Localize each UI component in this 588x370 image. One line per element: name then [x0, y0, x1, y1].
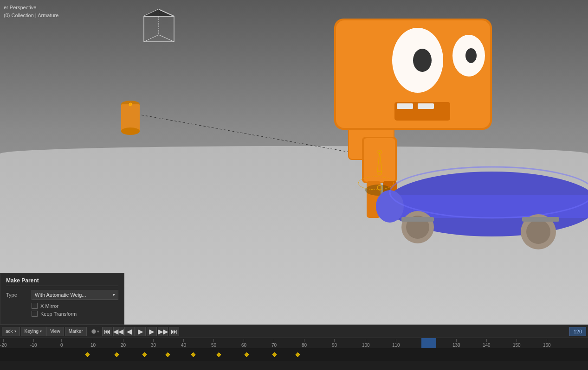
keying-arrow: ▾ — [40, 329, 42, 333]
svg-line-4 — [144, 35, 159, 42]
keyframe-diamond[interactable] — [85, 352, 90, 357]
current-frame-value: 120 — [574, 329, 582, 334]
jump-start-btn[interactable]: ⏮ — [102, 327, 112, 336]
marker-menu[interactable]: Marker — [65, 327, 87, 336]
keyframe-diamond[interactable] — [115, 352, 119, 357]
ruler-tick: -20 — [0, 338, 6, 348]
playback-controls: ⏮ ◀◀ ◀ ▶ ▶ ▶▶ ⏭ — [102, 327, 179, 336]
keyframe-diamond[interactable] — [166, 352, 170, 357]
view-menu[interactable]: View — [46, 327, 64, 336]
type-label: Type — [6, 292, 32, 298]
current-frame-display[interactable]: 120 — [569, 327, 586, 336]
timeline-ruler[interactable]: -20-100102030405060708090100110120130140… — [0, 338, 588, 348]
record-area: ▾ — [91, 329, 99, 334]
keyframe-diamond[interactable] — [191, 352, 196, 357]
frame-highlight — [421, 338, 436, 348]
x-mirror-label: X Mirror — [40, 303, 58, 309]
ruler-tick: 10 — [90, 338, 96, 348]
svg-point-18 — [452, 35, 485, 77]
svg-point-17 — [392, 28, 443, 93]
svg-point-20 — [465, 48, 477, 63]
keying-menu[interactable]: Keying ▾ — [21, 327, 46, 336]
keyframe-diamond[interactable] — [296, 352, 300, 357]
next-frame-btn[interactable]: ▶ — [147, 327, 157, 336]
keep-transform-checkbox[interactable] — [32, 311, 38, 317]
record-arrow: ▾ — [97, 329, 99, 334]
svg-point-19 — [413, 49, 432, 72]
svg-point-11 — [121, 128, 140, 135]
prev-frame-btn[interactable]: ◀ — [124, 327, 135, 336]
camera-widget — [135, 7, 186, 49]
type-dropdown[interactable]: With Automatic Weig... ▾ — [32, 290, 118, 300]
ruler-tick: 100 — [362, 338, 370, 348]
keyframe-row[interactable] — [0, 348, 588, 361]
ruler-tick: 160 — [543, 338, 551, 348]
ruler-tick: 110 — [392, 338, 400, 348]
x-mirror-row: X Mirror — [6, 303, 118, 309]
svg-point-12 — [129, 103, 132, 106]
back-label: ack — [6, 329, 13, 334]
keyframe-diamond[interactable] — [272, 352, 277, 357]
svg-rect-10 — [121, 104, 140, 131]
ruler-tick: 130 — [452, 338, 460, 348]
ruler-tick: 20 — [121, 338, 126, 348]
svg-point-9 — [121, 101, 140, 108]
view-label: View — [50, 329, 60, 334]
svg-rect-22 — [397, 103, 413, 109]
marker-label: Marker — [69, 329, 83, 334]
keyframe-diamond[interactable] — [217, 352, 221, 357]
svg-rect-16 — [336, 20, 490, 128]
timeline[interactable]: ack ▾ Keying ▾ View Marker ▾ ⏮ ◀◀ ◀ ▶ ▶ … — [0, 325, 588, 370]
jump-end-btn[interactable]: ⏭ — [169, 327, 179, 336]
keyframe-diamond[interactable] — [142, 352, 147, 357]
timeline-toolbar: ack ▾ Keying ▾ View Marker ▾ ⏮ ◀◀ ◀ ▶ ▶ … — [0, 325, 588, 338]
ruler-tick: 80 — [302, 338, 307, 348]
keyframe-diamond[interactable] — [245, 352, 249, 357]
ruler-tick: 40 — [181, 338, 186, 348]
make-parent-panel: Make Parent Type With Automatic Weig... … — [0, 273, 124, 325]
svg-line-6 — [159, 35, 174, 42]
type-row: Type With Automatic Weig... ▾ — [6, 290, 118, 300]
playback-menu[interactable]: ack ▾ — [2, 327, 20, 336]
ruler-tick: 30 — [151, 338, 156, 348]
dropdown-arrow: ▾ — [113, 293, 115, 297]
play-btn[interactable]: ▶ — [136, 327, 146, 336]
viewport-label-line2: (0) Collection | Armature — [4, 12, 58, 19]
viewport-label: er Perspective (0) Collection | Armature — [4, 4, 58, 19]
next-keyframe-btn[interactable]: ▶▶ — [158, 327, 168, 336]
svg-rect-15 — [334, 19, 492, 130]
svg-rect-23 — [418, 103, 434, 109]
keep-transform-row: Keep Transform — [6, 311, 118, 317]
camera-gizmo — [135, 7, 186, 49]
svg-rect-21 — [394, 102, 450, 121]
ruler-tick: 150 — [513, 338, 521, 348]
ruler-tick: 50 — [211, 338, 216, 348]
ruler-tick: 140 — [483, 338, 491, 348]
ruler-tick: 70 — [271, 338, 277, 348]
keying-label: Keying — [25, 329, 39, 334]
keep-transform-label: Keep Transform — [40, 311, 77, 317]
ruler-tick: -10 — [30, 338, 37, 348]
ruler-tick: 0 — [60, 338, 63, 348]
cylinder-prop — [121, 101, 140, 135]
panel-title: Make Parent — [6, 277, 118, 286]
back-arrow: ▾ — [14, 329, 16, 333]
ruler-tick: 90 — [332, 338, 337, 348]
prev-keyframe-btn[interactable]: ◀◀ — [113, 327, 123, 336]
viewport-label-line1: er Perspective — [4, 4, 58, 12]
ruler-tick: 60 — [241, 338, 246, 348]
record-dot[interactable] — [91, 329, 96, 334]
type-value: With Automatic Weig... — [35, 292, 86, 298]
x-mirror-checkbox[interactable] — [32, 303, 38, 309]
